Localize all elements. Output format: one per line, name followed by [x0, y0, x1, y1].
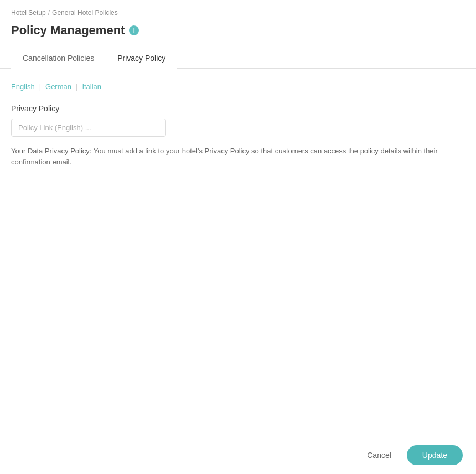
language-german[interactable]: German — [45, 83, 71, 91]
update-button[interactable]: Update — [407, 445, 463, 465]
lang-separator-2: | — [76, 83, 77, 91]
breadcrumb-parent[interactable]: Hotel Setup — [11, 9, 46, 17]
breadcrumb-current: General Hotel Policies — [52, 9, 118, 17]
language-switcher: English | German | Italian — [11, 83, 465, 91]
privacy-policy-section: Privacy Policy Your Data Privacy Policy:… — [11, 104, 465, 167]
privacy-policy-label: Privacy Policy — [11, 104, 465, 113]
page-container: Hotel Setup / General Hotel Policies Pol… — [0, 0, 476, 474]
tab-privacy-policy[interactable]: Privacy Policy — [106, 48, 177, 69]
language-english[interactable]: English — [11, 83, 35, 91]
info-icon[interactable]: i — [129, 25, 139, 35]
content-area: English | German | Italian Privacy Polic… — [0, 69, 476, 436]
language-italian[interactable]: Italian — [82, 83, 101, 91]
tab-cancellation-policies[interactable]: Cancellation Policies — [11, 48, 106, 69]
breadcrumb: Hotel Setup / General Hotel Policies — [0, 0, 476, 21]
lang-separator-1: | — [39, 83, 41, 91]
page-title: Policy Management — [11, 23, 125, 38]
tabs-container: Cancellation Policies Privacy Policy — [0, 47, 476, 69]
breadcrumb-separator: / — [48, 9, 50, 17]
footer: Cancel Update — [0, 436, 476, 474]
privacy-policy-info-text: Your Data Privacy Policy: You must add a… — [11, 146, 465, 167]
cancel-button[interactable]: Cancel — [358, 446, 400, 464]
policy-link-input[interactable] — [11, 118, 166, 137]
page-header: Policy Management i — [0, 21, 476, 47]
